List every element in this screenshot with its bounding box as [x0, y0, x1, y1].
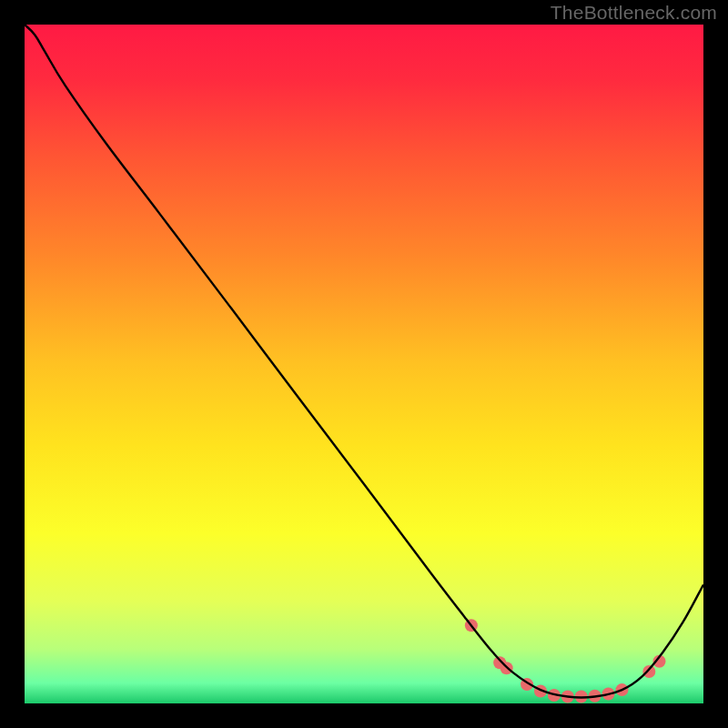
chart-container: TheBottleneck.com — [0, 0, 728, 728]
plot-area — [25, 25, 703, 703]
gradient-background — [25, 25, 703, 703]
marker-dot — [642, 665, 655, 678]
watermark-text: TheBottleneck.com — [551, 2, 717, 24]
chart-svg — [25, 25, 703, 703]
